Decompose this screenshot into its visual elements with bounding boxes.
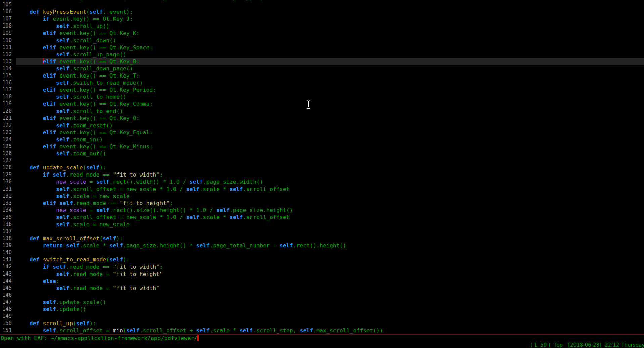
code-line[interactable]: 108 self.scroll_up(): [0, 22, 644, 30]
line-number: 131: [0, 186, 16, 193]
code-line[interactable]: 106 def keyPressEvent(self, event):: [0, 8, 644, 15]
code-line[interactable]: 120 self.scroll_to_end(): [0, 108, 644, 115]
code-line[interactable]: 123 elif event.key() == Qt.Key_Equal:: [0, 129, 644, 136]
code-text[interactable]: def switch_to_read_mode(self):: [16, 256, 644, 263]
code-line[interactable]: 130 new_scale = self.rect().width() * 1.…: [0, 178, 644, 185]
code-line[interactable]: 119 elif event.key() == Qt.Key_Comma:: [0, 100, 644, 107]
code-text[interactable]: elif event.key() == Qt.Key_Space:: [16, 44, 644, 51]
code-text[interactable]: new_scale = self.rect().size().height() …: [16, 207, 644, 214]
code-text[interactable]: self.scroll_up(): [16, 22, 644, 30]
code-line[interactable]: 142 if self.read_mode == "fit_to_width":: [0, 263, 644, 270]
code-line[interactable]: 139 return self.scale * self.page_size.h…: [0, 242, 644, 249]
code-text[interactable]: self.scroll_to_end(): [16, 108, 644, 115]
code-line[interactable]: 140: [0, 249, 644, 256]
code-text[interactable]: elif event.key() == Qt.Key_Comma:: [16, 100, 644, 107]
code-line[interactable]: 143 self.read_mode = "fit_to_height": [0, 270, 644, 278]
code-line[interactable]: 133 elif self.read_mode == "fit_to_heigh…: [0, 200, 644, 207]
code-line[interactable]: 138 def max_scroll_offset(self):: [0, 235, 644, 242]
code-text[interactable]: self.zoom_reset(): [16, 122, 644, 129]
code-line[interactable]: 112 self.scroll_up_page(): [0, 51, 644, 58]
code-text[interactable]: [16, 249, 644, 256]
code-line[interactable]: 145 self.read_mode = "fit_to_width": [0, 285, 644, 292]
code-text[interactable]: if event.key() == Qt.Key_J:: [16, 15, 644, 22]
code-token: [16, 9, 30, 15]
code-text[interactable]: self.scroll_offset = new_scale * 1.0 / s…: [16, 214, 644, 221]
code-text[interactable]: if self.read_mode == "fit_to_width":: [16, 171, 644, 178]
code-text[interactable]: if self.read_mode == "fit_to_width":: [16, 263, 644, 270]
code-line[interactable]: 144 else:: [0, 278, 644, 285]
code-text[interactable]: [16, 228, 644, 235]
code-text[interactable]: elif event.key() == Qt.Key_K:: [16, 30, 644, 37]
code-text[interactable]: self.read_mode = "fit_to_height": [16, 270, 644, 278]
code-text[interactable]: self.scroll_to_home(): [16, 93, 644, 100]
code-line[interactable]: 141 def switch_to_read_mode(self):: [0, 256, 644, 263]
code-text[interactable]: else:: [16, 278, 644, 285]
code-line[interactable]: 151 self.scroll_offset = min(self.scroll…: [0, 327, 644, 334]
code-text[interactable]: self.scroll_down_page(): [16, 65, 644, 72]
minibuffer[interactable]: Open with EAF: ~/emacs-application-frame…: [1, 335, 199, 342]
code-text[interactable]: self.scroll_offset = min(self.scroll_off…: [16, 327, 644, 334]
code-line[interactable]: 146: [0, 292, 644, 299]
code-buffer[interactable]: 104 self.scroll_offset = max(self.scroll…: [0, 0, 644, 334]
code-line[interactable]: 147 self.update_scale(): [0, 299, 644, 306]
code-text[interactable]: self.update(): [16, 306, 644, 313]
code-text[interactable]: def keyPressEvent(self, event):: [16, 8, 644, 15]
code-text[interactable]: elif event.key() == Qt.Key_Equal:: [16, 129, 644, 136]
code-line[interactable]: 126 self.zoom_out(): [0, 150, 644, 157]
code-line[interactable]: 109 elif event.key() == Qt.Key_K:: [0, 30, 644, 37]
code-text[interactable]: self.zoom_in(): [16, 136, 644, 143]
code-line[interactable]: 136 self.scale = new_scale: [0, 221, 644, 228]
code-line[interactable]: 137: [0, 228, 644, 235]
code-line[interactable]: 129 if self.read_mode == "fit_to_width":: [0, 171, 644, 178]
code-text[interactable]: [16, 313, 644, 320]
code-line[interactable]: 122 self.zoom_reset(): [0, 122, 644, 129]
code-line[interactable]: 113 elif event.key() == Qt.Key_B:: [0, 58, 644, 65]
code-line[interactable]: 135 self.scroll_offset = new_scale * 1.0…: [0, 214, 644, 221]
code-line[interactable]: 131 self.scroll_offset = new_scale * 1.0…: [0, 186, 644, 193]
code-line[interactable]: 134 new_scale = self.rect().size().heigh…: [0, 207, 644, 214]
code-text[interactable]: [16, 292, 644, 299]
code-line[interactable]: 127: [0, 157, 644, 164]
code-line[interactable]: 128 def update_scale(self):: [0, 164, 644, 171]
code-text[interactable]: elif event.key() == Qt.Key_0:: [16, 115, 644, 122]
code-text[interactable]: self.update_scale(): [16, 299, 644, 306]
code-text[interactable]: elif self.read_mode == "fit_to_height":: [16, 200, 644, 207]
code-line[interactable]: 125 elif event.key() == Qt.Key_Minus:: [0, 143, 644, 150]
code-text[interactable]: elif event.key() == Qt.Key_Minus:: [16, 143, 644, 150]
code-line[interactable]: 118 self.scroll_to_home(): [0, 93, 644, 100]
code-line[interactable]: 115 elif event.key() == Qt.Key_T:: [0, 72, 644, 79]
code-text[interactable]: elif event.key() == Qt.Key_T:: [16, 72, 644, 79]
code-line[interactable]: 121 elif event.key() == Qt.Key_0:: [0, 115, 644, 122]
code-text[interactable]: self.scroll_offset = new_scale * 1.0 / s…: [16, 186, 644, 193]
minibuffer-input[interactable]: ~/emacs-application-framework/app/pdfvie…: [51, 335, 197, 341]
code-line[interactable]: 149: [0, 313, 644, 320]
code-line[interactable]: 107 if event.key() == Qt.Key_J:: [0, 15, 644, 22]
code-text[interactable]: self.scroll_down(): [16, 37, 644, 44]
code-text[interactable]: elif event.key() == Qt.Key_Period:: [16, 86, 644, 93]
code-line[interactable]: 148 self.update(): [0, 306, 644, 313]
code-line[interactable]: 105: [0, 1, 644, 8]
code-text[interactable]: def max_scroll_offset(self):: [16, 235, 644, 242]
code-line[interactable]: 124 self.zoom_in(): [0, 136, 644, 143]
code-text[interactable]: self.scale = new_scale: [16, 193, 644, 200]
code-text[interactable]: self.read_mode = "fit_to_width": [16, 285, 644, 292]
code-text[interactable]: return self.scale * self.page_size.heigh…: [16, 242, 644, 249]
code-text[interactable]: self.scale = new_scale: [16, 221, 644, 228]
code-line[interactable]: 150 def scroll_up(self):: [0, 320, 644, 327]
code-text[interactable]: [16, 1, 644, 8]
code-text[interactable]: self.switch_to_read_mode(): [16, 79, 644, 86]
code-text[interactable]: new_scale = self.rect().width() * 1.0 / …: [16, 178, 644, 185]
code-line[interactable]: 110 self.scroll_down(): [0, 37, 644, 44]
code-line[interactable]: 111 elif event.key() == Qt.Key_Space:: [0, 44, 644, 51]
line-number: 138: [0, 235, 16, 242]
code-text[interactable]: def update_scale(self):: [16, 164, 644, 171]
code-text[interactable]: def scroll_up(self):: [16, 320, 644, 327]
code-text[interactable]: self.scroll_up_page(): [16, 51, 644, 58]
code-text[interactable]: elif event.key() == Qt.Key_B:: [16, 58, 644, 65]
code-line[interactable]: 114 self.scroll_down_page(): [0, 65, 644, 72]
code-line[interactable]: 117 elif event.key() == Qt.Key_Period:: [0, 86, 644, 93]
code-line[interactable]: 132 self.scale = new_scale: [0, 193, 644, 200]
code-text[interactable]: self.zoom_out(): [16, 150, 644, 157]
code-text[interactable]: [16, 157, 644, 164]
code-line[interactable]: 116 self.switch_to_read_mode(): [0, 79, 644, 86]
